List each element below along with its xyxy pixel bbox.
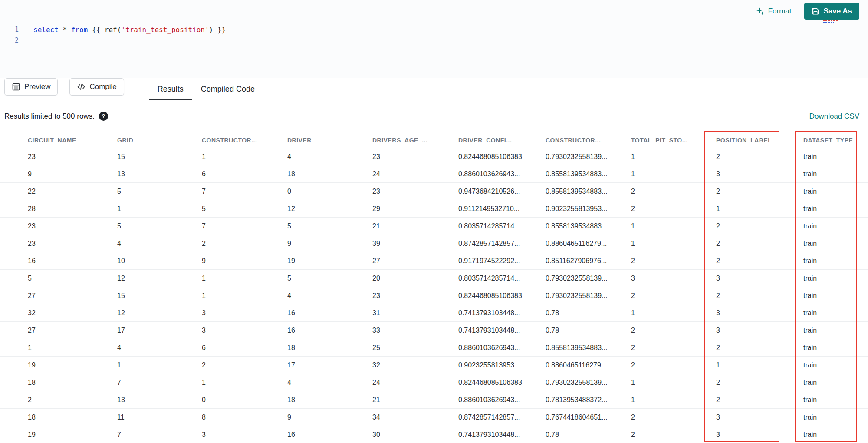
table-row: 23429390.8742857142857...0.8860465116279… [0,235,868,252]
table-cell: 0.8860103626943... [458,391,545,409]
table-cell: 1 [201,287,287,304]
table-cell: 27 [0,322,117,339]
code-token [67,26,71,34]
table-cell: train [803,426,868,443]
table-cell: 0.8558139534883... [545,218,631,235]
active-line-underline [33,46,856,46]
table-cell: 28 [0,200,117,218]
table-cell: train [803,339,868,357]
editor-line: 1 select * from {{ ref('train_test_posit… [0,24,868,35]
table-cell: 24 [372,165,458,183]
table-cell: 39 [372,235,458,252]
table-cell: 0.9023255813953... [458,357,545,374]
table-cell: 0.9023255813953... [545,200,631,218]
table-cell: 3 [716,270,803,287]
table-cell: 32 [372,357,458,374]
table-cell: 0.824468085106383 [458,148,545,165]
table-cell: 0.7930232558139... [545,148,631,165]
table-cell: 1 [201,148,287,165]
table-row: 197316300.7413793103448...0.7823train [0,426,868,443]
table-cell: train [803,270,868,287]
table-cell: 0.7413793103448... [458,304,545,322]
code-token [59,26,63,34]
table-cell: 5 [201,200,287,218]
table-cell: 1 [117,200,201,218]
table-cell: 15 [117,148,201,165]
table-cell: 29 [372,200,458,218]
table-cell: 19 [0,357,117,374]
table-cell: 0.8860103626943... [458,165,545,183]
table-cell: 0.8511627906976... [545,252,631,270]
table-row: 18714240.8244680851063830.7930232558139.… [0,374,868,391]
table-cell: 2 [631,200,716,218]
table-cell: 2 [716,235,803,252]
table-cell: 1 [0,339,117,357]
editor-section: Format Save As 1 select * from {{ ref('t… [0,0,868,78]
preview-button[interactable]: Preview [4,78,58,96]
table-cell: 0.7413793103448... [458,322,545,339]
table-cell: 18 [0,409,117,426]
table-cell: 2 [631,183,716,200]
code-token: 'train_test_position' [121,26,209,34]
table-cell: 7 [201,218,287,235]
table-cell: 16 [287,426,372,443]
table-cell: 5 [117,183,201,200]
sql-editor[interactable]: 1 select * from {{ ref('train_test_posit… [0,23,868,46]
table-cell: 21 [372,218,458,235]
table-cell: 31 [372,304,458,322]
table-cell: 5 [287,218,372,235]
format-button[interactable]: Format [756,7,792,16]
table-cell: train [803,148,868,165]
empty-code-line [19,35,868,46]
table-cell: 18 [287,391,372,409]
table-cell: 1 [201,270,287,287]
table-cell: 2 [631,426,716,443]
table-cell: 5 [287,270,372,287]
table-cell: train [803,235,868,252]
table-cell: 7 [201,183,287,200]
help-icon[interactable]: ? [99,112,108,121]
table-cell: 12 [287,200,372,218]
table-cell: 2 [716,391,803,409]
editor-line: 2 [0,35,868,46]
table-cell: 2 [631,252,716,270]
table-cell: 0.7930232558139... [545,374,631,391]
column-header: POSITION_LABEL [716,132,803,148]
table-cell: 1 [631,165,716,183]
results-tabs: Results Compiled Code [149,78,263,100]
table-cell: 9 [201,252,287,270]
table-cell: train [803,374,868,391]
artifact-red-mark [823,20,838,21]
table-header-row: CIRCUIT_NAMEGRIDCONSTRUCTOR...DRIVERDRIV… [0,132,868,148]
table-cell: 0.8558139534883... [545,165,631,183]
table-cell: 0.7413793103448... [458,426,545,443]
table-cell: 1 [631,218,716,235]
table-cell: 3 [201,322,287,339]
table-row: 23575210.8035714285714...0.8558139534883… [0,218,868,235]
table-cell: 0.7930232558139... [545,287,631,304]
column-header: DRIVER [287,132,372,148]
tab-results[interactable]: Results [149,78,192,100]
table-cell: 23 [372,183,458,200]
table-cell: 21 [372,391,458,409]
save-as-button[interactable]: Save As [804,3,859,20]
table-cell: 20 [372,270,458,287]
table-body: 231514230.8244680851063830.7930232558139… [0,148,868,443]
table-cell: 18 [0,374,117,391]
table-row: 1610919270.9171974522292...0.85116279069… [0,252,868,270]
table-cell: 9 [287,235,372,252]
table-cell: 3 [716,409,803,426]
results-info-bar: Results limited to 500 rows. ? Download … [0,100,868,132]
compile-button[interactable]: Compile [69,78,124,96]
table-cell: 1 [631,235,716,252]
table-cell: 15 [117,287,201,304]
dbt-ide-page: Format Save As 1 select * from {{ ref('t… [0,0,868,443]
table-row: 281512290.9112149532710...0.902325581395… [0,200,868,218]
table-cell: 18 [287,339,372,357]
tab-compiled-code[interactable]: Compiled Code [192,78,263,100]
download-csv-link[interactable]: Download CSV [809,112,859,121]
table-cell: 0.7813953488372... [545,391,631,409]
table-cell: 1 [716,200,803,218]
results-limit-note: Results limited to 500 rows. [4,112,95,121]
table-cell: 23 [372,287,458,304]
